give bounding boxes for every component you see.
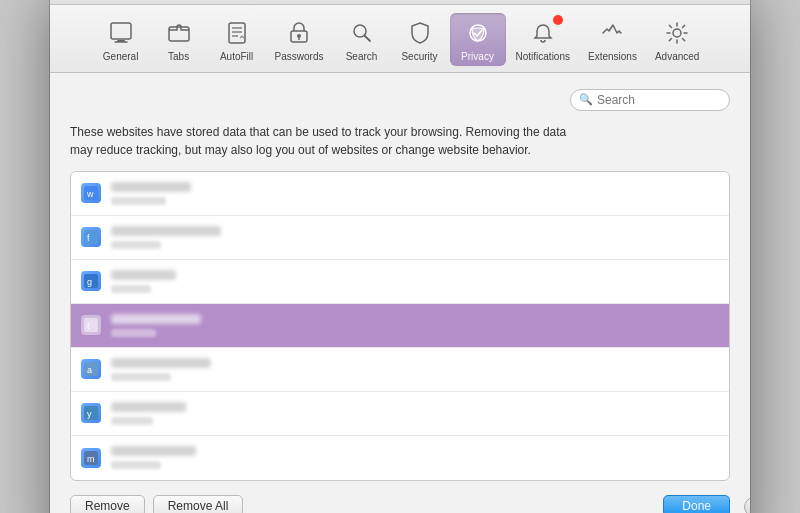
site-info [111,446,196,469]
table-row[interactable]: y [71,392,729,436]
general-icon [105,17,137,49]
toolbar-item-privacy[interactable]: Privacy [450,13,506,66]
site-name [111,270,176,280]
website-list: w f g [70,171,730,481]
toolbar-item-extensions[interactable]: Extensions [580,13,645,66]
privacy-icon [462,17,494,49]
site-info [111,270,176,293]
search-bar[interactable]: 🔍 [570,89,730,111]
site-info [111,314,201,337]
autofill-icon [221,17,253,49]
site-favicon: f [81,227,101,247]
site-domain [111,461,161,469]
remove-button[interactable]: Remove [70,495,145,514]
titlebar: Privacy [50,0,750,5]
toolbar-label-general: General [103,51,139,62]
table-row[interactable]: m [71,436,729,480]
toolbar-label-advanced: Advanced [655,51,699,62]
site-domain [111,197,166,205]
left-buttons: Remove Remove All [70,495,243,514]
site-domain [111,373,171,381]
done-button[interactable]: Done [663,495,730,514]
table-row[interactable]: g [71,260,729,304]
bottom-bar: Remove Remove All Done [70,495,730,514]
toolbar-label-notifications: Notifications [516,51,570,62]
svg-rect-4 [229,23,245,43]
search-input[interactable] [597,93,721,107]
notification-badge [553,15,563,25]
site-name [111,314,201,324]
table-row[interactable]: a [71,348,729,392]
help-button[interactable]: ? [744,497,750,514]
site-favicon: w [81,183,101,203]
toolbar-label-search: Search [346,51,378,62]
toolbar-icons: General Tabs AutoFill Passwords [93,13,708,66]
svg-text:m: m [87,454,95,464]
toolbar-label-privacy: Privacy [461,51,494,62]
site-name [111,182,191,192]
svg-point-9 [297,34,301,38]
toolbar-item-autofill[interactable]: AutoFill [209,13,265,66]
site-domain [111,417,153,425]
site-info [111,358,211,381]
search-toolbar-icon [346,17,378,49]
site-favicon: t [81,315,101,335]
search-icon: 🔍 [579,93,593,106]
toolbar-label-tabs: Tabs [168,51,189,62]
site-info [111,402,186,425]
toolbar-label-extensions: Extensions [588,51,637,62]
tabs-icon [163,17,195,49]
toolbar-label-autofill: AutoFill [220,51,253,62]
toolbar-item-advanced[interactable]: Advanced [647,13,707,66]
toolbar-label-security: Security [401,51,437,62]
privacy-description: These websites have stored data that can… [70,123,590,159]
svg-text:y: y [87,409,92,419]
content-area: 🔍 These websites have stored data that c… [50,73,750,514]
search-bar-wrap: 🔍 [70,89,730,111]
table-row[interactable]: w [71,172,729,216]
preferences-window: Privacy General Tabs AutoFill [50,0,750,513]
toolbar: General Tabs AutoFill Passwords [50,5,750,73]
site-name [111,226,221,236]
site-domain [111,241,161,249]
extensions-icon [596,17,628,49]
site-favicon: g [81,271,101,291]
table-row[interactable]: f [71,216,729,260]
table-row-selected[interactable]: t [71,304,729,348]
svg-text:w: w [86,189,94,199]
svg-text:g: g [87,277,92,287]
site-name [111,446,196,456]
site-name [111,358,211,368]
site-domain [111,285,151,293]
passwords-icon [283,17,315,49]
toolbar-item-search[interactable]: Search [334,13,390,66]
site-favicon: y [81,403,101,423]
advanced-icon [661,17,693,49]
toolbar-item-notifications[interactable]: Notifications [508,13,578,66]
toolbar-item-passwords[interactable]: Passwords [267,13,332,66]
security-icon [404,17,436,49]
site-info [111,226,221,249]
remove-all-button[interactable]: Remove All [153,495,244,514]
toolbar-item-general[interactable]: General [93,13,149,66]
svg-point-13 [673,29,681,37]
site-favicon: m [81,448,101,468]
notifications-icon [527,17,559,49]
svg-text:a: a [87,365,92,375]
site-name [111,402,186,412]
site-favicon: a [81,359,101,379]
toolbar-item-tabs[interactable]: Tabs [151,13,207,66]
site-info [111,182,191,205]
svg-line-12 [364,35,370,41]
toolbar-label-passwords: Passwords [275,51,324,62]
site-domain [111,329,156,337]
toolbar-item-security[interactable]: Security [392,13,448,66]
svg-rect-3 [169,27,189,41]
svg-rect-0 [111,23,131,39]
